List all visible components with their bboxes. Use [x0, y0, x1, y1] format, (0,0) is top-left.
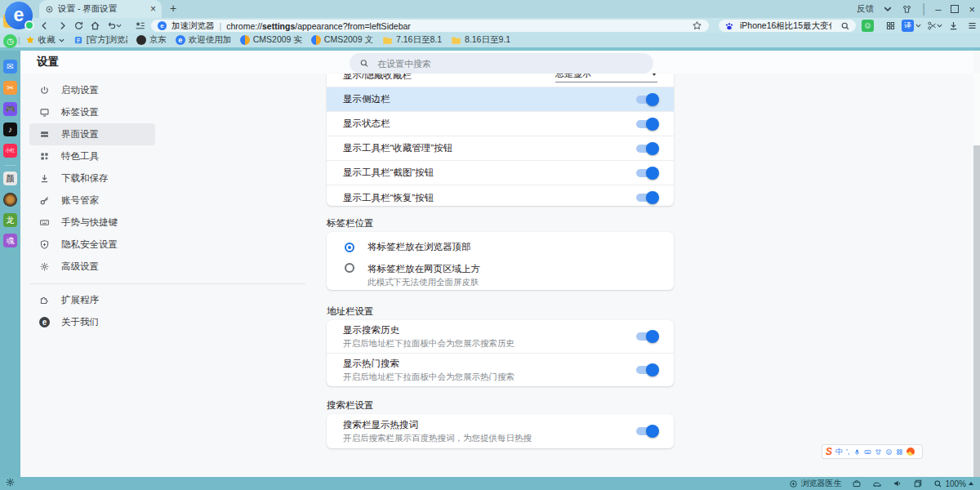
dock-game-app-icon[interactable] — [3, 193, 17, 207]
cms-icon — [240, 35, 250, 45]
downloads-button[interactable] — [947, 19, 960, 32]
address-bar[interactable]: e 加速浏览器 | chrome://settings/appearance?f… — [151, 20, 709, 32]
nav-item-about[interactable]: e关于我们 — [29, 311, 155, 333]
radio-sub-text: 此模式下无法使用全面屏皮肤 — [368, 277, 480, 288]
nav-item-startup[interactable]: 启动设置 — [29, 79, 155, 101]
maximize-button[interactable] — [951, 5, 959, 13]
feedback-button[interactable]: 反馈 — [857, 3, 874, 15]
nav-item-downloads[interactable]: 下载和保存 — [29, 167, 155, 189]
speaker-icon[interactable] — [893, 479, 902, 488]
nav-item-tabs[interactable]: 标签设置 — [29, 101, 155, 123]
undo-caret-icon[interactable] — [115, 19, 122, 32]
nav-item-gestures[interactable]: 手势与快捷键 — [29, 212, 155, 234]
bookmark-folder[interactable]: 7.16日至8.1 — [382, 34, 442, 46]
ime-toolbar[interactable]: S 中 ’, — [822, 444, 923, 459]
settings-search-box[interactable] — [350, 53, 653, 74]
nav-item-features[interactable]: 特色工具 — [29, 145, 155, 167]
dock-history-icon[interactable]: ◷ — [3, 34, 17, 48]
bookmark-item[interactable]: e欢迎使用加 — [176, 34, 231, 46]
nav-item-privacy[interactable]: 隐私安全设置 — [29, 234, 155, 256]
ime-keyboard-icon[interactable] — [864, 448, 871, 456]
search-history-toggle[interactable] — [636, 332, 657, 341]
dock-game-app-icon[interactable]: 魂 — [3, 234, 17, 247]
hot-search-toggle[interactable] — [636, 366, 657, 374]
ime-toolbox-icon[interactable] — [896, 448, 903, 456]
quick-search-input[interactable] — [738, 20, 833, 32]
dock-douyin-icon[interactable]: ♪ — [3, 122, 17, 136]
search-icon — [359, 58, 369, 69]
new-tab-button[interactable]: + — [170, 2, 176, 15]
translate-button[interactable]: 译 — [902, 20, 914, 32]
search-icon[interactable] — [840, 21, 850, 31]
ime-emoji-icon[interactable] — [885, 448, 893, 456]
nav-divider — [29, 283, 305, 284]
ime-badge-icon[interactable] — [906, 448, 915, 456]
radio-tabbar-top[interactable] — [345, 243, 354, 252]
browser-doctor-button[interactable]: 浏览器医生 — [789, 478, 841, 489]
ime-skin-icon[interactable] — [875, 448, 882, 456]
refresh-button[interactable] — [72, 19, 85, 32]
scrollbar-thumb[interactable] — [973, 145, 980, 477]
favorites-menu-button[interactable]: 收藏 — [25, 34, 65, 46]
home-button[interactable] — [88, 19, 101, 32]
bookmark-folder[interactable]: 8.16日至9.1 — [451, 34, 510, 46]
tab-close-icon[interactable]: × — [150, 3, 156, 15]
nav-item-advanced[interactable]: 高级设置 — [29, 256, 155, 278]
settings-search-input[interactable] — [376, 58, 644, 69]
page-icon — [74, 35, 83, 45]
setting-row-favmanage-btn: 显示工具栏“收藏管理”按钮 — [327, 136, 674, 161]
bookmark-item[interactable]: CMS2009 文 — [311, 34, 373, 46]
sidebar-toggle[interactable] — [636, 96, 657, 104]
dock-game-app-icon[interactable]: 龙 — [3, 213, 17, 227]
screenshot-caret-icon[interactable] — [936, 19, 942, 32]
page-title: 设置 — [37, 55, 59, 69]
bookmark-item[interactable]: CMS2009 实 — [240, 34, 302, 46]
close-button[interactable]: × — [969, 3, 975, 16]
nav-item-interface[interactable]: 界面设置 — [29, 123, 155, 145]
zoom-control[interactable]: 100% — [933, 479, 973, 488]
favbar-select[interactable]: 总是显示 — [555, 74, 657, 82]
restore-toggle[interactable] — [636, 194, 657, 202]
back-button[interactable] — [38, 19, 51, 32]
nav-item-accounts[interactable]: 账号管家 — [29, 189, 155, 212]
app-center-button[interactable] — [884, 19, 897, 32]
translate-caret-icon[interactable] — [915, 19, 921, 32]
screenshot-toggle[interactable] — [636, 169, 657, 177]
hot-words-toggle[interactable] — [636, 427, 657, 435]
main-menu-button[interactable] — [965, 19, 978, 32]
statusbar-toggle[interactable] — [636, 120, 657, 128]
magnifier-icon — [933, 479, 942, 488]
bookmark-item[interactable]: 京东 — [136, 34, 167, 46]
nav-item-extensions[interactable]: 扩展程序 — [29, 289, 155, 311]
dock-games-icon[interactable]: 🎮 — [3, 102, 17, 116]
skin-icon[interactable] — [902, 4, 912, 15]
dock-mail-icon[interactable]: ✉ — [3, 60, 17, 74]
favorites-manager-button[interactable] — [133, 19, 146, 32]
toolbox-icon[interactable] — [852, 479, 862, 488]
ime-mic-icon[interactable] — [853, 448, 861, 456]
dock-settings-gear-icon[interactable] — [5, 477, 16, 488]
quick-search-box[interactable] — [719, 20, 856, 32]
dock-screenshot-icon[interactable]: ✂ — [3, 81, 17, 95]
dock-game-app-icon[interactable]: 颜 — [3, 172, 17, 185]
bookmark-item[interactable]: [官方]浏览器 — [74, 34, 127, 46]
radio-tabbar-webarea[interactable] — [345, 263, 354, 273]
tab-settings[interactable]: 设置 - 界面设置 × — [39, 0, 162, 18]
divider: | — [922, 2, 925, 16]
car-icon[interactable] — [872, 479, 882, 488]
minimize-button[interactable]: – — [935, 3, 941, 16]
feedback-caret-icon[interactable] — [884, 5, 892, 13]
browser-icon: e — [176, 35, 185, 45]
ime-punctuation[interactable]: ’, — [846, 448, 850, 456]
dock-xiaohongshu-icon[interactable]: 小红书 — [3, 144, 17, 158]
windows-icon[interactable] — [913, 479, 923, 488]
favmanage-toggle[interactable] — [636, 145, 657, 153]
browser-logo[interactable]: e — [5, 2, 33, 29]
ime-mode-chinese[interactable]: 中 — [835, 447, 843, 457]
setting-row-hot-words: 搜索栏显示热搜词开启后搜索栏展示百度热搜词，为您提供每日热搜 — [327, 414, 674, 448]
bookmark-star-icon[interactable] — [692, 20, 702, 31]
forward-button[interactable] — [56, 19, 69, 32]
browser-logo-letter: e — [14, 4, 24, 25]
dock-divider — [5, 165, 16, 166]
eye-protection-button[interactable] — [862, 20, 874, 32]
